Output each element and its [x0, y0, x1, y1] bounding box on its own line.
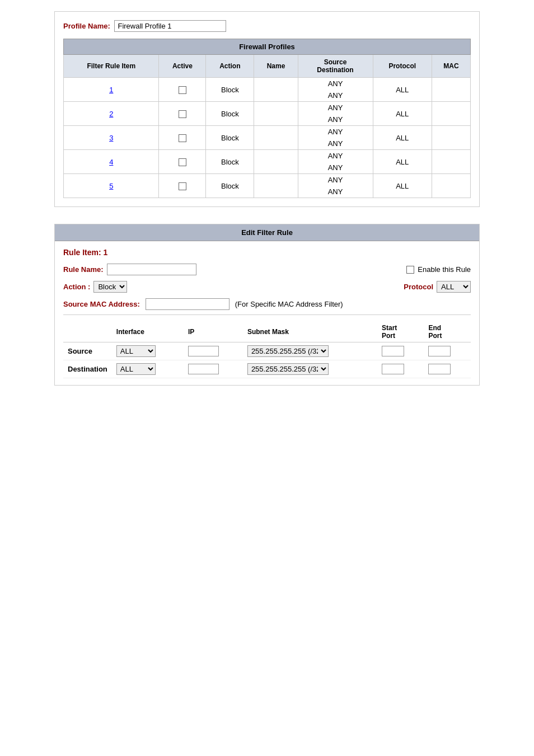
protocol-label: Protocol: [404, 283, 433, 291]
dest-cell: ANY: [328, 115, 343, 124]
destination-subnet-select[interactable]: 255.255.255.255 (/32): [247, 363, 329, 375]
table-row: 1 Block ANY ALL: [64, 78, 471, 90]
col-header-active: Active: [159, 55, 206, 78]
destination-start-port-cell: [377, 360, 424, 378]
source-ip-input[interactable]: [188, 346, 219, 356]
source-ip-cell: [184, 342, 243, 360]
profile-section: Profile Name: Firewall Profiles Filter R…: [54, 11, 480, 207]
dest-cell: ANY: [328, 139, 343, 148]
col-header-protocol: Protocol: [373, 55, 432, 78]
source-dest-table: Interface IP Subnet Mask StartPort EndPo…: [63, 322, 471, 378]
source-start-port-input[interactable]: [382, 346, 404, 356]
destination-interface-select[interactable]: ALL: [116, 363, 156, 375]
source-row-label: Source: [63, 342, 112, 360]
col-header-mac: MAC: [432, 55, 470, 78]
fw-table-title: Firewall Profiles: [64, 39, 471, 55]
source-interface-select[interactable]: ALL: [116, 345, 156, 357]
dest-cell: ANY: [328, 163, 343, 172]
col-header-name: Name: [254, 55, 298, 78]
profile-name-row: Profile Name:: [63, 20, 471, 32]
source-cell: ANY: [328, 176, 343, 184]
source-mac-row: Source MAC Address: (For Specific MAC Ad…: [63, 298, 471, 315]
action-cell: Block: [221, 182, 239, 190]
source-start-port-cell: [377, 342, 424, 360]
active-checkbox[interactable]: [179, 134, 186, 142]
action-cell: Block: [221, 158, 239, 166]
action-cell: Block: [221, 86, 239, 94]
table-row: 2 Block ANY ALL: [64, 102, 471, 114]
protocol-cell: ALL: [396, 158, 409, 166]
source-interface-cell: ALL: [112, 342, 184, 360]
source-cell: ANY: [328, 79, 343, 88]
destination-start-port-input[interactable]: [382, 364, 404, 374]
active-checkbox[interactable]: [179, 182, 186, 190]
rule-id-link[interactable]: 1: [109, 86, 113, 94]
col-header-action: Action: [206, 55, 254, 78]
sd-col-empty: [63, 322, 112, 342]
active-checkbox[interactable]: [179, 158, 186, 166]
destination-interface-cell: ALL: [112, 360, 184, 378]
firewall-profiles-table: Firewall Profiles Filter Rule Item Activ…: [63, 39, 471, 198]
source-subnet-cell: 255.255.255.255 (/32): [243, 342, 377, 360]
protocol-cell: ALL: [396, 86, 409, 94]
source-cell: ANY: [328, 104, 343, 112]
rule-id-link[interactable]: 4: [109, 158, 113, 166]
profile-name-label: Profile Name:: [63, 22, 110, 30]
rule-id-link[interactable]: 5: [109, 182, 113, 190]
table-row: 4 Block ANY ALL: [64, 150, 471, 162]
protocol-cell: ALL: [396, 182, 409, 190]
source-mac-note: (For Specific MAC Address Filter): [235, 300, 343, 308]
destination-end-port-input[interactable]: [428, 364, 451, 374]
active-checkbox[interactable]: [179, 86, 186, 94]
col-header-filter-rule-item: Filter Rule Item: [64, 55, 159, 78]
source-end-port-cell: [424, 342, 471, 360]
rule-name-input[interactable]: [107, 264, 196, 275]
destination-ip-input[interactable]: [188, 364, 219, 374]
dest-cell: ANY: [328, 91, 343, 100]
enable-rule-checkbox[interactable]: [406, 266, 414, 274]
sd-col-interface: Interface: [112, 322, 184, 342]
enable-rule-label: Enable this Rule: [418, 265, 471, 274]
edit-body: Rule Item: 1 Rule Name: Enable this Rule…: [55, 241, 479, 385]
sd-col-start-port: StartPort: [377, 322, 424, 342]
source-mac-label: Source MAC Address:: [63, 300, 140, 308]
action-protocol-row: Action : Block Allow Protocol ALL TCP UD…: [63, 281, 471, 293]
destination-row-label: Destination: [63, 360, 112, 378]
rule-item-title: Rule Item: 1: [63, 248, 471, 257]
sd-col-ip: IP: [184, 322, 243, 342]
rule-name-label: Rule Name:: [63, 265, 104, 274]
protocol-cell: ALL: [396, 134, 409, 142]
table-row: 3 Block ANY ALL: [64, 126, 471, 138]
action-select[interactable]: Block Allow: [93, 281, 127, 293]
active-checkbox[interactable]: [179, 110, 186, 118]
sd-col-subnet-mask: Subnet Mask: [243, 322, 377, 342]
sd-col-end-port: EndPort: [424, 322, 471, 342]
destination-subnet-cell: 255.255.255.255 (/32): [243, 360, 377, 378]
edit-filter-rule-section: Edit Filter Rule Rule Item: 1 Rule Name:…: [54, 224, 480, 386]
dest-cell: ANY: [328, 187, 343, 196]
action-label: Action :: [63, 283, 90, 291]
destination-row: Destination ALL 255.255.255.255 (/32): [63, 360, 471, 378]
source-mac-input[interactable]: [146, 298, 229, 310]
source-cell: ANY: [328, 128, 343, 136]
main-container: Profile Name: Firewall Profiles Filter R…: [54, 11, 480, 386]
source-subnet-select[interactable]: 255.255.255.255 (/32): [247, 345, 329, 357]
source-end-port-input[interactable]: [428, 346, 451, 356]
destination-end-port-cell: [424, 360, 471, 378]
source-row: Source ALL 255.255.255.255 (/32): [63, 342, 471, 360]
protocol-select[interactable]: ALL TCP UDP ICMP: [437, 281, 471, 293]
profile-name-input[interactable]: [114, 20, 226, 32]
rule-name-enable-row: Rule Name: Enable this Rule: [63, 264, 471, 275]
rule-id-link[interactable]: 3: [109, 134, 113, 142]
action-cell: Block: [221, 110, 239, 118]
source-cell: ANY: [328, 152, 343, 160]
table-row: 5 Block ANY ALL: [64, 174, 471, 186]
protocol-cell: ALL: [396, 110, 409, 118]
edit-filter-rule-title: Edit Filter Rule: [55, 224, 479, 241]
destination-ip-cell: [184, 360, 243, 378]
action-cell: Block: [221, 134, 239, 142]
rule-id-link[interactable]: 2: [109, 110, 113, 118]
col-header-source-dest: Source Destination: [298, 55, 373, 78]
